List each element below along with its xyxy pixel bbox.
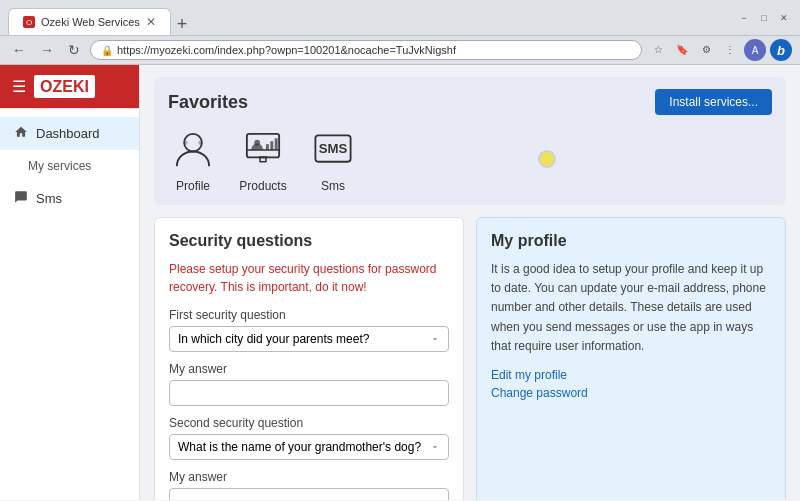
- sidebar-navigation: Dashboard My services Sms: [0, 109, 139, 223]
- security-panel: Security questions Please setup your sec…: [154, 217, 464, 500]
- svg-rect-7: [270, 141, 273, 150]
- active-tab[interactable]: O Ozeki Web Services ✕: [8, 8, 171, 35]
- security-warning: Please setup your security questions for…: [169, 260, 449, 296]
- bookmark-icon[interactable]: 🔖: [672, 39, 692, 59]
- hamburger-menu-button[interactable]: ☰: [12, 77, 26, 96]
- first-question-select[interactable]: In which city did your parents meet? Wha…: [169, 326, 449, 352]
- change-password-link[interactable]: Change password: [491, 386, 771, 400]
- svg-text:SMS: SMS: [319, 141, 348, 156]
- sms-fav-icon: SMS: [308, 125, 358, 175]
- tab-favicon: O: [23, 16, 35, 28]
- settings-icon[interactable]: ⋮: [720, 39, 740, 59]
- tab-close-button[interactable]: ✕: [146, 15, 156, 29]
- sms-label: Sms: [36, 191, 62, 206]
- app-layout: ☰ OZEKI Dashboard My services S: [0, 65, 800, 500]
- favorite-profile[interactable]: Profile: [168, 125, 218, 193]
- favorites-section: Favorites Install services... Profile: [154, 77, 786, 205]
- address-row: ← → ↻ 🔒 https://myozeki.com/index.php?ow…: [0, 36, 800, 65]
- second-answer-label: My answer: [169, 470, 449, 484]
- bottom-panels: Security questions Please setup your sec…: [154, 217, 786, 500]
- favorite-sms[interactable]: SMS Sms: [308, 125, 358, 193]
- svg-point-2: [198, 140, 202, 144]
- browser-toolbar-icons: ☆ 🔖 ⚙ ⋮ A b: [648, 39, 792, 61]
- forward-button[interactable]: →: [36, 40, 58, 60]
- profile-description: It is a good idea to setup your profile …: [491, 260, 771, 356]
- url-text: https://myozeki.com/index.php?owpn=10020…: [117, 44, 631, 56]
- edit-profile-link[interactable]: Edit my profile: [491, 368, 771, 382]
- second-answer-input[interactable]: [169, 488, 449, 500]
- refresh-button[interactable]: ↻: [64, 40, 84, 60]
- sidebar-item-sms[interactable]: Sms: [0, 182, 139, 215]
- favorites-items: Profile: [168, 125, 772, 193]
- svg-rect-8: [275, 138, 278, 150]
- svg-rect-10: [260, 157, 266, 161]
- logo-text: OZEKI: [37, 77, 92, 96]
- sms-fav-label: Sms: [321, 179, 345, 193]
- address-bar[interactable]: 🔒 https://myozeki.com/index.php?owpn=100…: [90, 40, 642, 60]
- cursor-dot: [538, 150, 556, 168]
- svg-point-1: [183, 140, 187, 144]
- dashboard-icon: [14, 125, 28, 142]
- my-profile-title: My profile: [491, 232, 771, 250]
- favorites-header: Favorites Install services...: [168, 89, 772, 115]
- cursor-area: [538, 150, 556, 168]
- products-icon: [238, 125, 288, 175]
- profile-panel: My profile It is a good idea to setup yo…: [476, 217, 786, 500]
- security-title: Security questions: [169, 232, 449, 250]
- second-question-group: Second security question In which city d…: [169, 416, 449, 460]
- sms-icon: [14, 190, 28, 207]
- first-question-group: First security question In which city di…: [169, 308, 449, 352]
- extensions-icon[interactable]: ⚙: [696, 39, 716, 59]
- star-icon[interactable]: ☆: [648, 39, 668, 59]
- second-question-select[interactable]: In which city did your parents meet? Wha…: [169, 434, 449, 460]
- first-answer-label: My answer: [169, 362, 449, 376]
- profile-label: Profile: [176, 179, 210, 193]
- products-label: Products: [239, 179, 286, 193]
- favorite-products[interactable]: Products: [238, 125, 288, 193]
- edge-browser-icon[interactable]: b: [770, 39, 792, 61]
- my-services-label: My services: [28, 159, 91, 173]
- dashboard-label: Dashboard: [36, 126, 100, 141]
- window-controls: − □ ✕: [736, 10, 792, 26]
- sidebar: ☰ OZEKI Dashboard My services S: [0, 65, 140, 500]
- new-tab-button[interactable]: +: [171, 14, 194, 35]
- browser-chrome: O Ozeki Web Services ✕ + − □ ✕: [0, 0, 800, 36]
- sidebar-header: ☰ OZEKI: [0, 65, 139, 109]
- tab-title: Ozeki Web Services: [41, 16, 140, 28]
- profile-icon: [168, 125, 218, 175]
- maximize-button[interactable]: □: [756, 10, 772, 26]
- second-question-label: Second security question: [169, 416, 449, 430]
- main-content: Favorites Install services... Profile: [140, 65, 800, 500]
- close-button[interactable]: ✕: [776, 10, 792, 26]
- browser-tabs: O Ozeki Web Services ✕ +: [8, 0, 193, 35]
- first-question-label: First security question: [169, 308, 449, 322]
- favorites-title: Favorites: [168, 92, 248, 113]
- my-services-section: My services: [0, 150, 139, 182]
- user-account-button[interactable]: A: [744, 39, 766, 61]
- sidebar-item-dashboard[interactable]: Dashboard: [0, 117, 139, 150]
- svg-rect-3: [247, 134, 279, 157]
- minimize-button[interactable]: −: [736, 10, 752, 26]
- install-services-button[interactable]: Install services...: [655, 89, 772, 115]
- first-answer-input[interactable]: [169, 380, 449, 406]
- back-button[interactable]: ←: [8, 40, 30, 60]
- sidebar-item-my-services[interactable]: My services: [28, 154, 139, 178]
- first-answer-group: My answer: [169, 362, 449, 406]
- svg-rect-6: [266, 144, 269, 150]
- second-answer-group: My answer: [169, 470, 449, 500]
- logo: OZEKI: [34, 75, 95, 98]
